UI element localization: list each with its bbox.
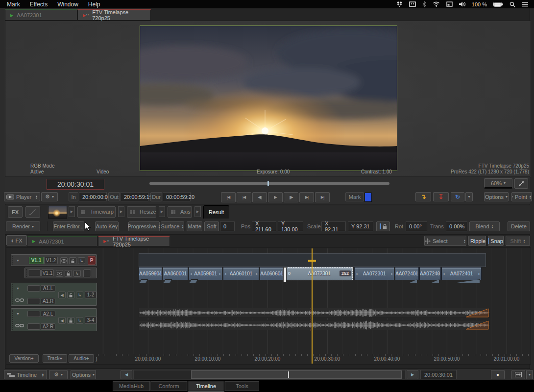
clip-trim-in-icon[interactable]: ◂ — [140, 272, 142, 276]
pos-y-field[interactable]: Y 130.00 — [278, 221, 303, 231]
stepper-icon[interactable]: ▲▼ — [529, 195, 532, 199]
shift-dropdown[interactable]: Shift▲▼ — [506, 236, 530, 246]
playhead-handle[interactable] — [308, 260, 316, 262]
transport-play-button[interactable]: ▶ — [268, 192, 283, 202]
fx-button[interactable]: FX — [8, 206, 23, 218]
mark-colour-swatch[interactable] — [364, 193, 372, 202]
collapse-arrow-icon[interactable]: ▼ — [16, 312, 20, 316]
clip-trim-out-icon[interactable]: ▸ — [159, 272, 161, 276]
clip-trim-in-icon[interactable]: ◂ — [396, 272, 398, 276]
volume-icon[interactable] — [459, 1, 465, 7]
wifi-icon[interactable] — [433, 1, 440, 7]
scroll-left-button[interactable]: ◀ — [121, 370, 132, 379]
track-a2r-label[interactable]: A2.R — [41, 323, 55, 330]
track-value-box[interactable] — [28, 270, 41, 276]
track-value-box[interactable] — [27, 311, 40, 317]
in-timecode-field[interactable]: 20:00:00:00 — [79, 192, 107, 201]
audio-channel-badge[interactable]: 1-2 — [85, 291, 97, 298]
audio-monitor-button[interactable]: ◀ — [58, 292, 66, 298]
clip-trim-in-icon[interactable]: ◂ — [421, 272, 423, 276]
render-commit-button[interactable]: ↧ — [433, 192, 449, 201]
track-lock-button[interactable] — [67, 317, 74, 324]
pipeline-arrow-icon[interactable]: ▶ — [159, 206, 165, 217]
ripple-toggle[interactable]: Ripple — [468, 236, 486, 246]
battery-icon[interactable] — [493, 2, 503, 7]
stepper-icon[interactable]: ▲▼ — [35, 195, 38, 199]
clip-trim-out-icon[interactable]: ▸ — [256, 272, 258, 276]
enter-editor-button[interactable]: Enter Editor... — [53, 221, 84, 231]
stepper-icon[interactable]: ▲▼ — [463, 239, 466, 243]
window-switch-icon[interactable] — [446, 1, 453, 7]
track-visibility-button[interactable] — [60, 257, 68, 264]
track-header-a1[interactable]: ▼ A1.L ◀ ↳ 1-2 A1.R — [11, 283, 97, 306]
track-routing-button[interactable]: ↳ — [78, 257, 85, 264]
track-header-v1[interactable]: ▼ V1.1 V1.2 ↳ P — [11, 254, 97, 266]
playhead[interactable] — [312, 248, 313, 364]
timeline-clip[interactable]: AA072301◂▸ — [354, 267, 394, 280]
fx-node-timewarp[interactable]: Timewarp — [77, 206, 116, 218]
scroll-right-button[interactable]: ▶ — [407, 370, 418, 379]
audio-track-a1[interactable] — [139, 308, 490, 318]
timeline-fx-button[interactable]: ▲▼ FX — [6, 235, 27, 245]
timeline-clip[interactable]: AA060001◂▸ — [163, 267, 188, 280]
clip-trim-in-icon[interactable]: ◂ — [443, 272, 445, 276]
auto-key-button[interactable]: Auto Key — [95, 221, 119, 231]
timeline-clip[interactable]: AA060101◂▸ — [223, 267, 259, 280]
timeline-clip[interactable]: AA059801◂▸ — [189, 267, 222, 280]
track-a1r-label[interactable]: A1.R — [41, 298, 55, 304]
pipeline-arrow-icon[interactable]: ▶ — [69, 206, 75, 217]
timeline-clip[interactable]: AA072401◂▸ — [419, 267, 441, 280]
track-lock-button[interactable] — [69, 257, 76, 264]
animation-curves-button[interactable] — [25, 206, 40, 218]
track-a2l-label[interactable]: A2.L — [41, 311, 55, 317]
fx-node-axis[interactable]: Axis — [168, 206, 192, 218]
transport-step-back-button[interactable]: ◀|| — [252, 192, 267, 202]
soft-button[interactable]: Soft — [204, 221, 219, 231]
clip-trim-out-icon[interactable]: ▸ — [415, 272, 417, 276]
version-add-button[interactable]: Version+ — [9, 354, 39, 363]
spotlight-search-icon[interactable] — [510, 1, 515, 7]
track-patch-slot[interactable] — [83, 270, 91, 277]
clip-thumbnail[interactable] — [48, 206, 67, 219]
display-icon[interactable] — [409, 1, 416, 7]
fit-options-dropdown[interactable]: ▾ — [526, 370, 533, 379]
stepper-icon[interactable]: ▲▼ — [491, 224, 494, 228]
soft-value-field[interactable]: 0 — [220, 221, 235, 231]
timeline-scrollbar-thumb[interactable] — [191, 370, 402, 379]
timeline-tab-sequence[interactable]: ▶∷ FTV Timelapse 720p25 — [98, 236, 170, 246]
track-add-button[interactable]: Track+ — [43, 354, 67, 363]
transport-next-edit-button[interactable]: ▶| — [299, 192, 314, 202]
snap-toggle[interactable]: Snap — [488, 236, 504, 246]
player-options-dropdown[interactable]: Options▾ — [484, 192, 509, 201]
playhead-timecode-field[interactable]: 20:00:30:01 — [420, 370, 457, 379]
scale-y-field[interactable]: Y 92.31 — [348, 221, 373, 231]
video-monitor[interactable] — [140, 25, 397, 171]
menu-item-window[interactable]: Window — [57, 1, 78, 8]
player-settings-button[interactable]: ⚙▾ — [41, 192, 58, 201]
track-v1-1-badge[interactable]: V1.1 — [29, 257, 44, 264]
delete-button[interactable]: Delete — [508, 221, 530, 231]
transport-prev-edit-button[interactable]: |◀ — [237, 192, 251, 202]
timeline-clip[interactable]: AA059901◂▸ — [139, 267, 162, 280]
track-value-box[interactable] — [27, 285, 40, 292]
collapse-arrow-icon[interactable]: ▼ — [16, 259, 20, 262]
viewer-tab-source[interactable]: ▶ AA072301 — [5, 9, 77, 21]
timeline-clip[interactable]: AA0723010252 — [286, 267, 353, 280]
track-lock-button[interactable] — [67, 292, 74, 298]
scale-x-field[interactable]: X 92.31 — [321, 221, 346, 231]
pos-x-field[interactable]: X 211.60 — [252, 221, 276, 231]
menu-item-help[interactable]: Help — [88, 1, 100, 8]
panel-mode-dropdown[interactable]: Timeline ▲▼ — [4, 370, 47, 379]
surface-dropdown[interactable]: Surface▲▼ — [161, 221, 184, 231]
clip-trim-out-icon[interactable]: ▸ — [478, 272, 480, 276]
fullscreen-toggle-button[interactable] — [514, 178, 528, 189]
view-mode-dropdown[interactable]: Player ▲▼ — [4, 192, 40, 201]
tab-conform[interactable]: Conform — [150, 381, 187, 391]
clip-trim-in-icon[interactable]: ◂ — [164, 272, 166, 276]
tab-timeline[interactable]: Timeline — [188, 381, 224, 392]
pipeline-arrow-icon[interactable]: ▶ — [118, 206, 124, 217]
tab-mediahub[interactable]: MediaHub — [113, 381, 150, 391]
scrubber-position-marker[interactable] — [267, 181, 269, 186]
sync-options-dropdown[interactable]: ▾ — [465, 192, 473, 201]
blend-dropdown[interactable]: Blend▲▼ — [469, 221, 500, 231]
